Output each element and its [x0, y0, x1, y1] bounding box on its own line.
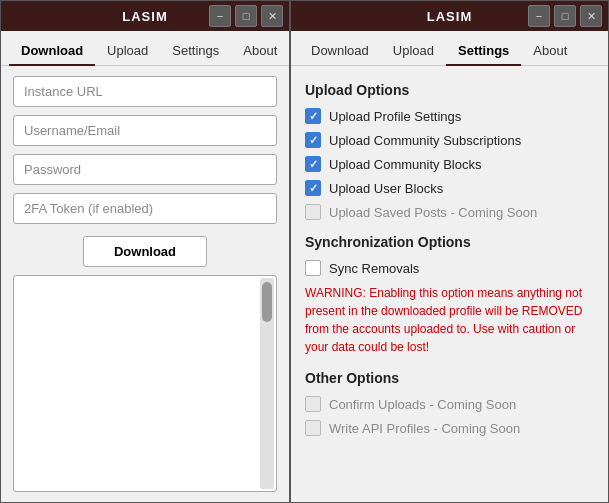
instance-url-input[interactable] [13, 76, 277, 107]
tab-upload-right[interactable]: Upload [381, 37, 446, 66]
right-tabbar: Download Upload Settings About [291, 31, 608, 66]
left-window: LASIM − □ ✕ Download Upload Settings Abo… [0, 0, 290, 503]
sync-warning-text: WARNING: Enabling this option means anyt… [305, 284, 594, 356]
option-confirm-uploads: Confirm Uploads - Coming Soon [305, 396, 594, 412]
label-upload-user-blocks: Upload User Blocks [329, 181, 443, 196]
right-minimize-button[interactable]: − [528, 5, 550, 27]
left-minimize-button[interactable]: − [209, 5, 231, 27]
upload-options-title: Upload Options [305, 82, 594, 98]
other-options-title: Other Options [305, 370, 594, 386]
tab-settings-right[interactable]: Settings [446, 37, 521, 66]
checkbox-upload-community-subs[interactable] [305, 132, 321, 148]
tab-upload-left[interactable]: Upload [95, 37, 160, 66]
option-upload-community-blocks: Upload Community Blocks [305, 156, 594, 172]
label-upload-profile: Upload Profile Settings [329, 109, 461, 124]
right-close-button[interactable]: ✕ [580, 5, 602, 27]
label-upload-saved-posts: Upload Saved Posts - Coming Soon [329, 205, 537, 220]
right-window-title: LASIM [427, 9, 472, 24]
left-panel-content: Download [1, 66, 289, 502]
checkbox-confirm-uploads [305, 396, 321, 412]
option-sync-removals: Sync Removals [305, 260, 594, 276]
tab-download-left[interactable]: Download [9, 37, 95, 66]
checkbox-write-api-profiles [305, 420, 321, 436]
option-upload-community-subs: Upload Community Subscriptions [305, 132, 594, 148]
option-upload-profile: Upload Profile Settings [305, 108, 594, 124]
option-upload-saved-posts: Upload Saved Posts - Coming Soon [305, 204, 594, 220]
right-maximize-button[interactable]: □ [554, 5, 576, 27]
twofa-input[interactable] [13, 193, 277, 224]
tab-about-right[interactable]: About [521, 37, 579, 66]
label-upload-community-blocks: Upload Community Blocks [329, 157, 481, 172]
tab-download-right[interactable]: Download [299, 37, 381, 66]
option-upload-user-blocks: Upload User Blocks [305, 180, 594, 196]
left-maximize-button[interactable]: □ [235, 5, 257, 27]
label-upload-community-subs: Upload Community Subscriptions [329, 133, 521, 148]
label-write-api-profiles: Write API Profiles - Coming Soon [329, 421, 520, 436]
label-sync-removals: Sync Removals [329, 261, 419, 276]
option-write-api-profiles: Write API Profiles - Coming Soon [305, 420, 594, 436]
checkbox-upload-saved-posts [305, 204, 321, 220]
left-tabbar: Download Upload Settings About [1, 31, 289, 66]
checkbox-upload-profile[interactable] [305, 108, 321, 124]
right-window-controls: − □ ✕ [528, 5, 602, 27]
output-scrollbar[interactable] [260, 278, 274, 489]
output-area [13, 275, 277, 492]
right-titlebar: LASIM − □ ✕ [291, 1, 608, 31]
sync-options-title: Synchronization Options [305, 234, 594, 250]
checkbox-upload-user-blocks[interactable] [305, 180, 321, 196]
left-window-controls: − □ ✕ [209, 5, 283, 27]
right-window: LASIM − □ ✕ Download Upload Settings Abo… [290, 0, 609, 503]
checkbox-upload-community-blocks[interactable] [305, 156, 321, 172]
checkbox-sync-removals[interactable] [305, 260, 321, 276]
scrollbar-thumb [262, 282, 272, 322]
username-email-input[interactable] [13, 115, 277, 146]
label-confirm-uploads: Confirm Uploads - Coming Soon [329, 397, 516, 412]
left-titlebar: LASIM − □ ✕ [1, 1, 289, 31]
left-window-title: LASIM [122, 9, 167, 24]
password-input[interactable] [13, 154, 277, 185]
tab-settings-left[interactable]: Settings [160, 37, 231, 66]
tab-about-left[interactable]: About [231, 37, 289, 66]
download-button[interactable]: Download [83, 236, 207, 267]
left-close-button[interactable]: ✕ [261, 5, 283, 27]
right-panel-content: Upload Options Upload Profile Settings U… [291, 66, 608, 502]
